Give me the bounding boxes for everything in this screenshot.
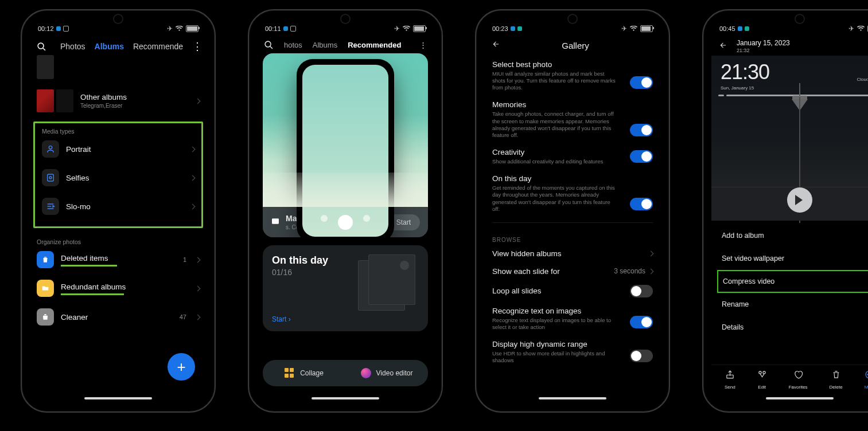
setting-desc: Show additional creativity and editing f… bbox=[492, 158, 653, 165]
weather-text: Cloudy 6°C bbox=[857, 77, 868, 82]
chevron-right-icon bbox=[648, 268, 654, 274]
video-editor-button[interactable]: Video editor bbox=[345, 360, 428, 386]
setting-desc: Get reminded of the moments you captured… bbox=[492, 185, 653, 213]
setting-memories[interactable]: Memories Take enough photos, connect cha… bbox=[484, 96, 661, 144]
portrait-icon bbox=[42, 140, 59, 158]
setting-recognize-text[interactable]: Recognize text on images Recognize text … bbox=[484, 303, 661, 336]
divider bbox=[492, 222, 653, 223]
toggle[interactable] bbox=[630, 350, 653, 362]
tab-albums[interactable]: Albums bbox=[95, 42, 124, 51]
more-icon[interactable]: ⋮ bbox=[192, 40, 203, 53]
send-icon bbox=[725, 370, 735, 382]
phone-recommended: 00:11 hotos Albums Recommended ⋮ bbox=[248, 9, 443, 413]
cleaner-icon bbox=[37, 308, 54, 326]
tool-edit[interactable]: Edit bbox=[757, 370, 767, 390]
redundant-albums-row[interactable]: Redundant albums bbox=[30, 274, 207, 303]
status-indicator-icon bbox=[745, 26, 749, 31]
back-button[interactable] bbox=[491, 40, 501, 50]
airplane-icon bbox=[848, 25, 854, 33]
video-preview[interactable]: 21:30 Sun, January 15 Cloudy 6°C bbox=[711, 56, 868, 221]
chevron-right-icon bbox=[195, 257, 201, 262]
nav-pill[interactable] bbox=[312, 397, 379, 399]
wifi-icon bbox=[857, 26, 865, 32]
search-icon[interactable] bbox=[37, 42, 46, 52]
tab-recommended[interactable]: Recommended bbox=[348, 41, 401, 49]
make-memories-card[interactable]: Make memories appear s. Connect charger.… bbox=[263, 53, 428, 237]
setting-select-best[interactable]: Select best photo MIUI will analyze simi… bbox=[484, 56, 661, 96]
other-albums-row[interactable]: Other albums Telegram,Eraser bbox=[30, 84, 207, 118]
collage-button[interactable]: Collage bbox=[263, 360, 345, 386]
back-button[interactable] bbox=[718, 41, 729, 52]
deleted-items-row[interactable]: Deleted items 1 bbox=[30, 245, 207, 274]
play-button[interactable] bbox=[787, 187, 812, 213]
setting-hidden-albums[interactable]: View hidden albums bbox=[484, 245, 661, 263]
on-this-day-start[interactable]: Start › bbox=[272, 315, 291, 323]
tab-photos[interactable]: Photos bbox=[60, 42, 85, 51]
setting-creativity[interactable]: Creativity Show additional creativity an… bbox=[484, 144, 661, 170]
setting-name: Recognize text on images bbox=[492, 307, 653, 315]
setting-on-this-day[interactable]: On this day Get reminded of the moments … bbox=[484, 170, 661, 218]
tab-recommended[interactable]: Recommende bbox=[133, 42, 183, 51]
tab-photos[interactable]: hotos bbox=[284, 41, 302, 49]
search-icon[interactable] bbox=[264, 40, 274, 50]
tab-albums[interactable]: Albums bbox=[313, 41, 337, 49]
toggle[interactable] bbox=[630, 124, 653, 136]
menu-add-to-album[interactable]: Add to album bbox=[711, 224, 868, 247]
add-fab[interactable]: + bbox=[168, 353, 195, 381]
cleaner-row[interactable]: Cleaner 47 bbox=[30, 303, 207, 331]
status-time: 00:12 bbox=[38, 25, 54, 32]
video-editor-icon bbox=[361, 368, 371, 378]
other-albums-sub: Telegram,Eraser bbox=[80, 103, 189, 109]
chevron-right-icon bbox=[190, 203, 196, 209]
svg-point-8 bbox=[763, 371, 765, 374]
toggle[interactable] bbox=[630, 198, 653, 210]
toggle[interactable] bbox=[630, 285, 653, 297]
svg-point-3 bbox=[49, 177, 52, 179]
media-type-slomo[interactable]: Slo-mo bbox=[35, 192, 201, 221]
setting-loop-slides[interactable]: Loop all slides bbox=[484, 281, 661, 303]
chevron-right-icon bbox=[195, 314, 201, 320]
menu-details[interactable]: Details bbox=[711, 316, 868, 339]
setting-name: Memories bbox=[492, 100, 653, 109]
more-icon bbox=[865, 370, 868, 382]
setting-name: View hidden albums bbox=[492, 249, 649, 258]
status-time: 00:45 bbox=[719, 25, 735, 32]
menu-compress-video[interactable]: Compress video bbox=[723, 277, 868, 285]
setting-slide-duration[interactable]: Show each slide for 3 seconds bbox=[484, 263, 661, 281]
tool-favorites[interactable]: Favorites bbox=[789, 370, 808, 390]
menu-rename[interactable]: Rename bbox=[711, 293, 868, 316]
setting-name: Loop all slides bbox=[492, 287, 630, 295]
on-this-day-card[interactable]: On this day 01/16 Start › bbox=[263, 245, 428, 331]
screen: 00:23 Gallery Select best photo MIUI wil… bbox=[484, 18, 661, 403]
more-icon[interactable]: ⋮ bbox=[419, 41, 427, 49]
deleted-count: 1 bbox=[183, 256, 186, 263]
svg-point-7 bbox=[759, 371, 761, 374]
setting-hdr[interactable]: Display high dynamic range Use HDR to sh… bbox=[484, 336, 661, 369]
tool-delete[interactable]: Delete bbox=[830, 370, 843, 390]
media-type-label: Selfies bbox=[66, 174, 184, 182]
browse-header: BROWSE bbox=[484, 228, 661, 245]
chevron-right-icon bbox=[195, 285, 201, 291]
selfies-icon bbox=[42, 169, 59, 186]
toggle[interactable] bbox=[630, 316, 653, 328]
nav-pill[interactable] bbox=[84, 397, 152, 399]
tool-more[interactable]: More bbox=[865, 370, 868, 390]
video-editor-label: Video editor bbox=[376, 369, 413, 377]
tool-send[interactable]: Send bbox=[725, 370, 735, 390]
media-type-selfies[interactable]: Selfies bbox=[35, 163, 201, 192]
media-date: January 15, 2023 bbox=[737, 39, 790, 47]
nav-pill[interactable] bbox=[539, 397, 606, 399]
thumb[interactable] bbox=[37, 55, 54, 79]
airplane-icon bbox=[621, 25, 627, 33]
slomo-icon bbox=[42, 198, 59, 215]
tool-label: Send bbox=[725, 385, 735, 390]
nav-pill[interactable] bbox=[766, 397, 834, 399]
setting-desc: Take enough photos, connect charger, and… bbox=[492, 111, 653, 139]
dock-icon bbox=[338, 215, 353, 230]
trash-icon bbox=[37, 251, 54, 268]
media-type-portrait[interactable]: Portrait bbox=[35, 135, 201, 163]
menu-set-wallpaper[interactable]: Set video wallpaper bbox=[711, 247, 868, 270]
toggle[interactable] bbox=[630, 76, 653, 89]
toggle[interactable] bbox=[630, 150, 653, 163]
screen: 00:45 January 15, 2023 21:32 21:30 Sun, … bbox=[711, 18, 868, 403]
